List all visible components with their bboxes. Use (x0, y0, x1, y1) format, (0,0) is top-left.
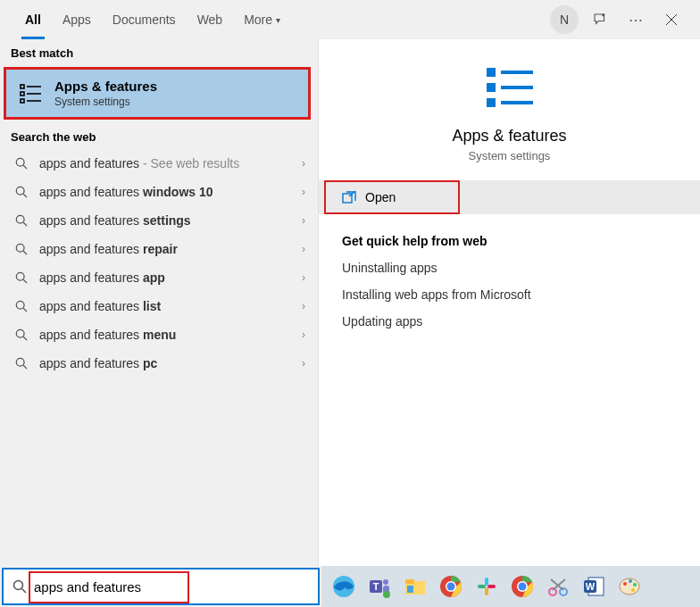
svg-point-17 (16, 272, 24, 280)
svg-point-23 (16, 358, 24, 366)
svg-line-16 (23, 251, 27, 254)
web-result-text: apps and features repair (39, 242, 302, 256)
web-result-row[interactable]: apps and features settings › (0, 206, 318, 235)
tab-all[interactable]: All (14, 0, 52, 39)
svg-line-10 (23, 165, 27, 169)
best-match-title: Apps & features (54, 79, 157, 94)
tab-documents[interactable]: Documents (102, 0, 187, 39)
taskbar-teams-icon[interactable]: T (364, 571, 395, 602)
search-input[interactable] (34, 579, 309, 595)
web-result-text: apps and features - See web results (39, 156, 302, 170)
web-result-text: apps and features menu (39, 328, 302, 342)
svg-rect-5 (21, 92, 24, 96)
web-result-row[interactable]: apps and features list › (0, 292, 318, 320)
svg-rect-30 (501, 101, 533, 104)
svg-rect-42 (405, 579, 414, 584)
web-result-text: apps and features list (39, 299, 302, 313)
search-icon (12, 579, 27, 594)
more-options-icon[interactable]: ⋯ (621, 5, 650, 34)
open-button[interactable]: Open (324, 180, 460, 214)
settings-list-icon (19, 81, 44, 106)
help-link[interactable]: Uninstalling apps (342, 261, 677, 275)
tab-more[interactable]: More▾ (233, 0, 291, 39)
svg-rect-49 (485, 587, 488, 595)
chevron-right-icon: › (302, 271, 305, 284)
svg-point-13 (16, 215, 24, 223)
svg-point-46 (447, 583, 455, 591)
svg-point-33 (14, 581, 23, 590)
svg-point-40 (383, 591, 390, 598)
web-result-text: apps and features pc (39, 356, 302, 370)
open-icon (342, 191, 356, 204)
svg-rect-43 (407, 586, 413, 593)
svg-rect-29 (487, 98, 496, 107)
chevron-right-icon: › (302, 300, 305, 312)
detail-title: Apps & features (337, 127, 682, 146)
svg-point-0 (602, 13, 604, 16)
taskbar-paint-icon[interactable] (614, 571, 645, 602)
search-icon (12, 328, 30, 341)
svg-line-14 (23, 222, 27, 226)
user-avatar[interactable]: N (550, 5, 579, 34)
svg-point-38 (383, 579, 388, 585)
help-header: Get quick help from web (342, 234, 677, 248)
web-result-text: apps and features windows 10 (39, 185, 302, 199)
svg-rect-25 (487, 68, 496, 77)
search-icon (12, 157, 30, 170)
tab-apps[interactable]: Apps (52, 0, 102, 39)
apps-features-large-icon (481, 64, 538, 111)
svg-line-18 (23, 279, 27, 283)
taskbar-word-icon[interactable]: W (579, 571, 609, 602)
tab-web[interactable]: Web (187, 0, 234, 39)
svg-point-9 (16, 158, 24, 166)
detail-subtitle: System settings (337, 149, 682, 162)
best-match-result[interactable]: Apps & features System settings (4, 67, 311, 120)
feedback-icon[interactable] (586, 5, 614, 34)
taskbar-chrome2-icon[interactable] (507, 571, 538, 602)
search-box[interactable] (2, 568, 320, 605)
web-result-text: apps and features app (39, 270, 302, 285)
svg-point-21 (16, 329, 24, 337)
svg-point-53 (519, 583, 527, 591)
search-web-header: Search the web (0, 123, 318, 149)
web-result-row[interactable]: apps and features repair › (0, 235, 318, 263)
detail-panel: Apps & features System settings Open Get… (318, 39, 700, 566)
help-link[interactable]: Updating apps (342, 314, 677, 328)
svg-rect-7 (21, 99, 24, 103)
svg-rect-50 (488, 585, 496, 588)
svg-rect-48 (478, 585, 486, 588)
best-match-header: Best match (0, 39, 318, 65)
taskbar-chrome-icon[interactable] (436, 571, 466, 602)
svg-line-24 (23, 365, 27, 369)
taskbar-snip-icon[interactable] (543, 571, 573, 602)
web-result-row[interactable]: apps and features pc › (0, 349, 318, 378)
svg-point-64 (633, 583, 637, 586)
chevron-down-icon: ▾ (276, 15, 280, 25)
svg-line-34 (22, 589, 27, 594)
open-label: Open (365, 190, 396, 204)
search-icon (12, 271, 30, 284)
chevron-right-icon: › (302, 243, 305, 255)
search-results-panel: Best match Apps & features System settin… (0, 39, 318, 566)
search-icon (12, 186, 30, 198)
taskbar-edge-icon[interactable] (329, 571, 359, 602)
chevron-right-icon: › (302, 357, 305, 370)
svg-text:T: T (373, 581, 379, 592)
svg-rect-26 (501, 71, 533, 74)
web-result-row[interactable]: apps and features - See web results › (0, 149, 318, 178)
web-result-text: apps and features settings (39, 213, 302, 228)
svg-rect-28 (501, 86, 533, 89)
svg-point-15 (16, 244, 24, 252)
help-link[interactable]: Installing web apps from Microsoft (342, 287, 677, 302)
taskbar-explorer-icon[interactable] (400, 571, 430, 602)
web-result-row[interactable]: apps and features windows 10 › (0, 178, 318, 206)
svg-point-63 (629, 579, 632, 583)
web-result-row[interactable]: apps and features app › (0, 263, 318, 292)
search-icon (12, 300, 30, 312)
svg-rect-3 (21, 85, 24, 88)
taskbar-slack-icon[interactable] (471, 571, 502, 602)
svg-point-19 (16, 301, 24, 309)
chevron-right-icon: › (302, 214, 305, 227)
close-icon[interactable] (657, 5, 686, 34)
web-result-row[interactable]: apps and features menu › (0, 320, 318, 349)
